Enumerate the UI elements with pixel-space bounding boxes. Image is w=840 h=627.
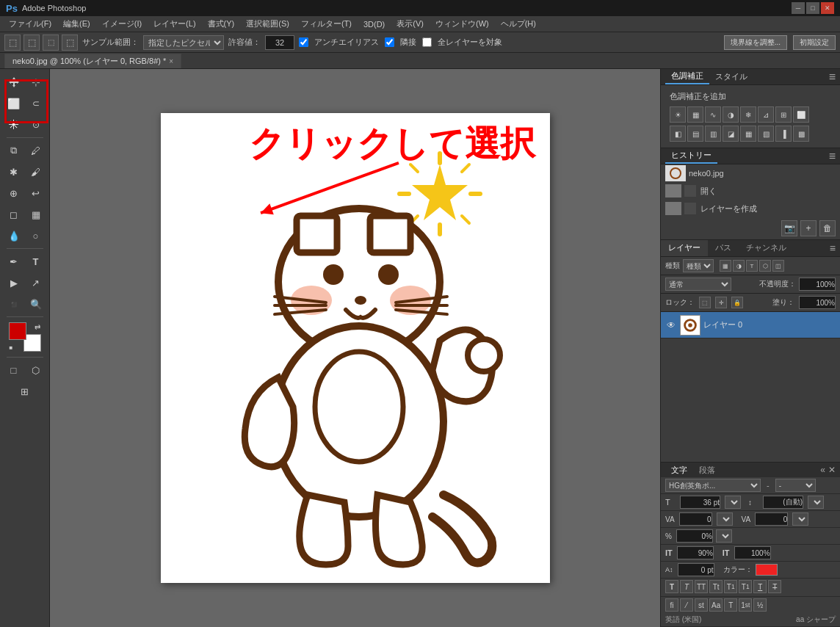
font-style-select[interactable]: - bbox=[775, 479, 816, 492]
spot-healing-tool[interactable]: ✱ bbox=[3, 162, 25, 182]
tab-close-button[interactable]: × bbox=[169, 57, 173, 65]
layer-filter-pixel-icon[interactable]: ▦ bbox=[720, 260, 731, 272]
gradient-map-icon[interactable]: ▐ bbox=[775, 126, 792, 142]
horizontal-scale-input[interactable] bbox=[734, 546, 771, 559]
history-item-0[interactable]: neko0.jpg bbox=[661, 164, 840, 182]
tool-shape-btn2[interactable]: ⬚ bbox=[23, 35, 40, 51]
layer-filter-type-icon[interactable]: T bbox=[746, 260, 758, 272]
swap-colors-icon[interactable]: ⇄ bbox=[35, 323, 40, 331]
tool-shape-btn3[interactable]: ⬚ bbox=[43, 35, 59, 51]
fi-ligature-button[interactable]: fi bbox=[665, 598, 678, 612]
history-item-1[interactable]: 開く bbox=[661, 182, 840, 200]
menu-type[interactable]: 書式(Y) bbox=[202, 17, 241, 31]
style-tab[interactable]: スタイル bbox=[709, 70, 753, 84]
document-tab[interactable]: neko0.jpg @ 100% (レイヤー 0, RGB/8#) * × bbox=[4, 54, 181, 68]
layer-filter-smart-icon[interactable]: ◫ bbox=[772, 260, 784, 272]
smallcaps-button[interactable]: Tt bbox=[709, 580, 723, 593]
blur-tool[interactable]: 💧 bbox=[3, 225, 25, 246]
size-unit-select[interactable]: ▾ bbox=[725, 496, 741, 509]
adjacent-checkbox[interactable] bbox=[385, 37, 394, 47]
text-tab-paragraph[interactable]: 段落 bbox=[693, 463, 721, 477]
panel-menu-icon[interactable]: ≡ bbox=[829, 70, 836, 84]
exposure-icon[interactable]: ◑ bbox=[723, 106, 739, 123]
magic-wand-tool[interactable]: ✳ bbox=[3, 115, 25, 135]
lock-position-icon[interactable]: ✛ bbox=[715, 297, 727, 308]
hsl-icon[interactable]: ⊿ bbox=[758, 106, 774, 123]
layer-filter-adj-icon[interactable]: ◑ bbox=[733, 260, 745, 272]
create-snapshot-button[interactable]: 📷 bbox=[781, 220, 797, 236]
leading-unit-select[interactable]: ▾ bbox=[808, 496, 824, 509]
menu-3d[interactable]: 3D(D) bbox=[358, 18, 391, 30]
reset-button[interactable]: 初期設定 bbox=[793, 35, 836, 50]
layers-menu-icon[interactable]: ≡ bbox=[825, 240, 840, 256]
history-menu-icon[interactable]: ≡ bbox=[829, 150, 836, 163]
menu-layer[interactable]: レイヤー(L) bbox=[148, 17, 201, 31]
crop-tool[interactable]: ⧉ bbox=[3, 140, 25, 161]
maximize-button[interactable]: □ bbox=[806, 2, 819, 14]
levels-icon[interactable]: ▦ bbox=[687, 106, 703, 123]
channel-mixer-icon[interactable]: ▤ bbox=[687, 126, 703, 142]
text-panel-close-icon[interactable]: ✕ bbox=[828, 465, 836, 475]
dodge-tool[interactable]: ○ bbox=[25, 225, 47, 246]
tracking-unit[interactable]: ▾ bbox=[792, 512, 808, 526]
path-select-tool[interactable]: ▶ bbox=[3, 272, 25, 293]
menu-file[interactable]: ファイル(F) bbox=[3, 17, 57, 31]
delete-history-button[interactable]: 🗑 bbox=[819, 220, 836, 236]
selection-tool[interactable]: ⊹ bbox=[25, 72, 47, 93]
fill-input[interactable] bbox=[799, 296, 836, 309]
layers-tab-paths[interactable]: パス bbox=[708, 240, 739, 256]
layer-item-0[interactable]: 👁 レイヤー 0 bbox=[661, 312, 840, 338]
posterize-icon[interactable]: ▦ bbox=[740, 126, 756, 142]
border-adjust-button[interactable]: 境界線を調整... bbox=[724, 35, 787, 50]
clone-stamp-tool[interactable]: ⊕ bbox=[3, 183, 25, 203]
all-layers-checkbox[interactable] bbox=[422, 37, 432, 47]
text-tab-character[interactable]: 文字 bbox=[665, 463, 693, 477]
history-brush-tool[interactable]: ↩ bbox=[25, 183, 47, 203]
baseline-input[interactable] bbox=[678, 563, 714, 576]
screen-mode-button[interactable]: ⊞ bbox=[3, 381, 47, 402]
oldstyle-button[interactable]: st bbox=[695, 598, 708, 612]
bw-icon[interactable]: ⬜ bbox=[793, 106, 809, 123]
antialias-checkbox[interactable] bbox=[299, 37, 308, 47]
menu-view[interactable]: 表示(V) bbox=[391, 17, 430, 31]
leading-input[interactable] bbox=[763, 496, 803, 509]
zoom-tool[interactable]: 🔍 bbox=[25, 294, 47, 314]
strikethrough-button[interactable]: T bbox=[768, 580, 781, 593]
type-tool[interactable]: T bbox=[25, 251, 47, 272]
allcaps-button[interactable]: TT bbox=[695, 580, 708, 593]
history-tab[interactable]: ヒストリー bbox=[665, 148, 717, 164]
blend-mode-select[interactable]: 通常 bbox=[665, 278, 731, 291]
invert-icon[interactable]: ◪ bbox=[723, 126, 739, 142]
menu-filter[interactable]: フィルター(T) bbox=[295, 17, 358, 31]
shape-tool[interactable]: ◾ bbox=[3, 294, 25, 314]
history-item-2[interactable]: レイヤーを作成 bbox=[661, 200, 840, 217]
layers-tab-channels[interactable]: チャンネル bbox=[739, 240, 794, 256]
title-case-button[interactable]: T bbox=[724, 598, 737, 612]
minimize-button[interactable]: ─ bbox=[792, 2, 805, 14]
threshold-icon[interactable]: ▧ bbox=[758, 126, 774, 142]
frac-button[interactable]: ⁄ bbox=[680, 598, 693, 612]
text-panel-collapse-icon[interactable]: « bbox=[820, 465, 825, 475]
tool-shape-btn4[interactable]: ⬚ bbox=[62, 35, 78, 51]
pen-tool[interactable]: ✒ bbox=[3, 251, 25, 272]
selective-color-icon[interactable]: ▩ bbox=[793, 126, 809, 142]
font-family-select[interactable]: HG創英角ポ... bbox=[665, 479, 761, 492]
close-button[interactable]: ✕ bbox=[821, 2, 834, 14]
text-color-swatch[interactable] bbox=[756, 564, 778, 576]
color-balance-icon[interactable]: ⊞ bbox=[775, 106, 792, 123]
eraser-tool[interactable]: ◻ bbox=[3, 204, 25, 225]
color-adj-tab[interactable]: 色調補正 bbox=[665, 69, 709, 84]
menu-image[interactable]: イメージ(I) bbox=[96, 17, 148, 31]
vertical-scale-input[interactable] bbox=[677, 546, 714, 559]
curves-icon[interactable]: ∿ bbox=[705, 106, 721, 123]
kerning-input[interactable] bbox=[679, 512, 712, 526]
opacity-input[interactable] bbox=[799, 278, 836, 291]
ordinal-button[interactable]: Aa bbox=[709, 598, 723, 612]
sample-range-select[interactable]: 指定したピクセル bbox=[143, 35, 224, 50]
direct-select-tool[interactable]: ↗ bbox=[25, 272, 47, 293]
foreground-color-swatch[interactable] bbox=[9, 322, 26, 340]
menu-edit[interactable]: 編集(E) bbox=[57, 17, 96, 31]
kerning-unit[interactable]: ▾ bbox=[717, 512, 733, 526]
layer-visibility-toggle[interactable]: 👁 bbox=[665, 319, 677, 331]
layers-kind-select[interactable]: 種類 bbox=[683, 259, 714, 272]
